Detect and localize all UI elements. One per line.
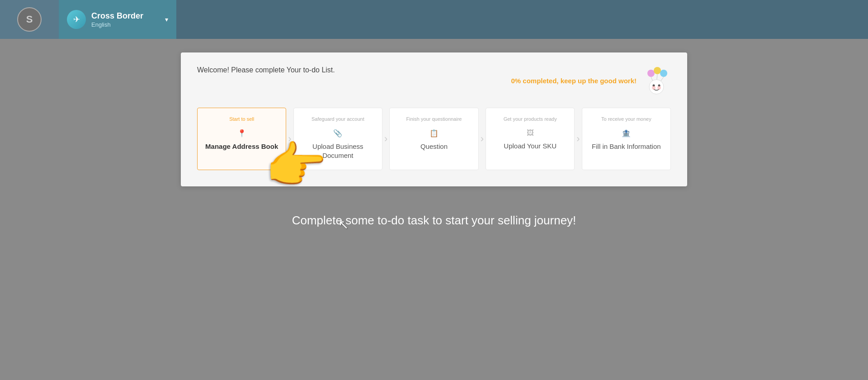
progress-area: 0% completed, keep up the good work! xyxy=(511,66,671,95)
svg-point-9 xyxy=(652,86,656,90)
step-receive-money[interactable]: To receive your money 🏦 Fill in Bank Inf… xyxy=(582,108,671,170)
logo-icon: S xyxy=(17,7,42,32)
logo-letter: S xyxy=(26,14,33,25)
step-1-label: Start to sell xyxy=(229,116,254,124)
step-5-label: To receive your money xyxy=(601,116,651,124)
chevron-down-icon[interactable]: ▾ xyxy=(165,16,168,23)
todo-card: Welcome! Please complete Your to-do List… xyxy=(181,52,687,186)
step-3-title: Question xyxy=(420,142,448,151)
brand-area[interactable]: ✈ Cross Border English ▾ xyxy=(59,0,176,39)
step-3-label: Finish your questionnaire xyxy=(406,116,462,124)
clipboard-icon: 📋 xyxy=(429,129,439,138)
brand-language: English xyxy=(91,21,160,28)
bank-icon: 🏦 xyxy=(622,129,631,138)
step-get-products-ready[interactable]: Get your products ready 🖼 Upload Your SK… xyxy=(486,108,575,170)
image-icon: 🖼 xyxy=(527,129,534,137)
arrow-4: › xyxy=(575,133,581,145)
brand-icon: ✈ xyxy=(67,10,86,29)
step-2-label: Safeguard your account xyxy=(311,116,364,124)
location-icon: 📍 xyxy=(237,129,246,138)
steps-row: Start to sell 📍 Manage Address Book › Sa… xyxy=(197,108,671,170)
logo-area: S xyxy=(0,0,59,39)
paperclip-icon: 📎 xyxy=(333,129,342,138)
svg-point-0 xyxy=(647,70,655,77)
step-safeguard-account[interactable]: Safeguard your account 📎 Upload Business… xyxy=(293,108,382,170)
main-content: Welcome! Please complete Your to-do List… xyxy=(0,39,868,228)
step-4-title: Upload Your SKU xyxy=(504,142,557,151)
arrow-3: › xyxy=(479,133,486,145)
top-navigation: S ✈ Cross Border English ▾ xyxy=(0,0,868,39)
svg-point-6 xyxy=(649,80,664,94)
step-5-title: Fill in Bank Information xyxy=(592,142,661,151)
progress-text: 0% completed, keep up the good work! xyxy=(511,77,637,85)
step-2-title: Upload Business Document xyxy=(301,142,375,161)
brand-name: Cross Border xyxy=(91,11,160,21)
arrow-1: › xyxy=(286,133,293,145)
card-header: Welcome! Please complete Your to-do List… xyxy=(197,66,671,95)
mascot-image xyxy=(642,66,671,95)
step-1-title: Manage Address Book xyxy=(205,142,278,151)
step-finish-questionnaire[interactable]: Finish your questionnaire 📋 Question xyxy=(389,108,478,170)
arrow-2: › xyxy=(382,133,389,145)
svg-point-2 xyxy=(660,70,667,77)
svg-point-1 xyxy=(654,67,661,74)
step-start-to-sell[interactable]: Start to sell 📍 Manage Address Book xyxy=(197,108,286,170)
step-4-label: Get your products ready xyxy=(504,116,557,124)
svg-point-10 xyxy=(657,86,661,90)
bottom-message: Complete some to-do task to start your s… xyxy=(292,214,576,228)
welcome-text: Welcome! Please complete Your to-do List… xyxy=(197,66,335,74)
brand-text: Cross Border English xyxy=(91,11,160,28)
